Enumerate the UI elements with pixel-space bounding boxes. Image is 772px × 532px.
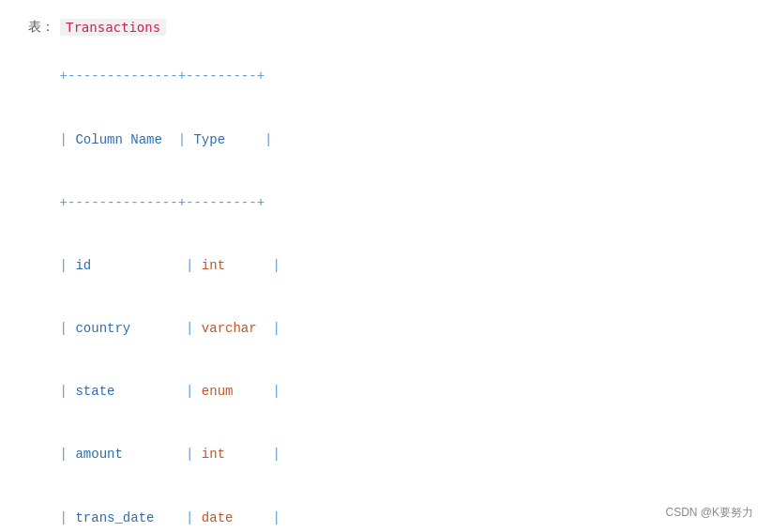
footer: CSDN @K要努力 xyxy=(665,505,753,521)
row-id: | id | int | xyxy=(28,235,744,297)
row-country: | country | varchar | xyxy=(28,297,744,360)
border-top: +--------------+---------+ xyxy=(28,45,744,108)
table-name-badge: Transactions xyxy=(60,19,166,36)
row-amount: | amount | int | xyxy=(28,423,744,486)
header-row: | Column Name | Type | xyxy=(28,108,744,171)
table-prefix: 表： xyxy=(28,19,54,36)
schema-table: +--------------+---------+ | Column Name… xyxy=(28,45,744,532)
table-label: 表： Transactions xyxy=(28,19,744,36)
row-trans-date: | trans_date | date | xyxy=(28,486,744,532)
border-mid: +--------------+---------+ xyxy=(28,171,744,234)
row-state: | state | enum | xyxy=(28,360,744,423)
